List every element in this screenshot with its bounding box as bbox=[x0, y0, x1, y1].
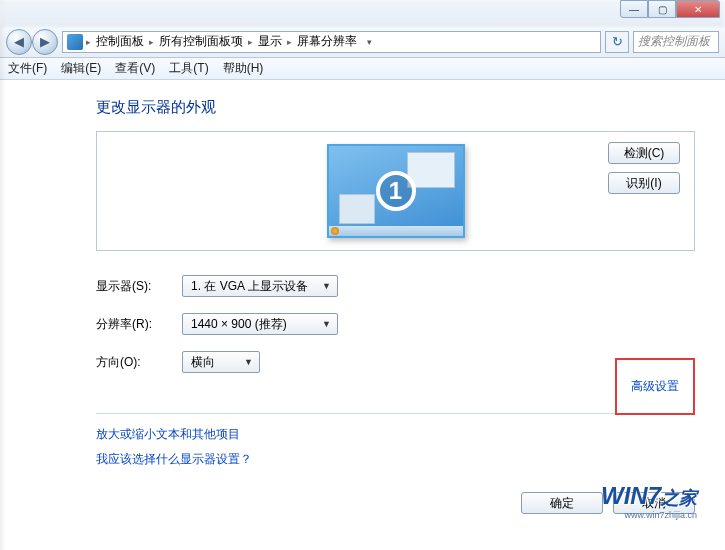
dialog-buttons: 确定 取消 bbox=[521, 492, 695, 514]
text-size-link[interactable]: 放大或缩小文本和其他项目 bbox=[96, 427, 240, 441]
display-label: 显示器(S): bbox=[96, 278, 182, 295]
breadcrumb[interactable]: 屏幕分辨率 bbox=[295, 33, 359, 50]
address-bar[interactable]: ▸ 控制面板 ▸ 所有控制面板项 ▸ 显示 ▸ 屏幕分辨率 ▾ bbox=[62, 31, 601, 53]
control-panel-icon bbox=[67, 34, 83, 50]
menu-edit[interactable]: 编辑(E) bbox=[61, 60, 101, 77]
monitor-thumbnail[interactable]: 1 bbox=[327, 144, 465, 238]
display-value: 1. 在 VGA 上显示设备 bbox=[191, 278, 308, 295]
menu-bar: 文件(F) 编辑(E) 查看(V) 工具(T) 帮助(H) bbox=[0, 58, 725, 80]
identify-button[interactable]: 识别(I) bbox=[608, 172, 680, 194]
orientation-value: 横向 bbox=[191, 354, 215, 371]
chevron-right-icon: ▸ bbox=[247, 37, 254, 47]
window-controls: — ▢ ✕ bbox=[620, 0, 720, 18]
chevron-right-icon: ▸ bbox=[148, 37, 155, 47]
back-button[interactable]: ◀ bbox=[6, 29, 32, 55]
breadcrumb[interactable]: 所有控制面板项 bbox=[157, 33, 245, 50]
orientation-select[interactable]: 横向 ▼ bbox=[182, 351, 260, 373]
chevron-right-icon: ▸ bbox=[286, 37, 293, 47]
cancel-button[interactable]: 取消 bbox=[613, 492, 695, 514]
breadcrumb[interactable]: 显示 bbox=[256, 33, 284, 50]
display-select[interactable]: 1. 在 VGA 上显示设备 ▼ bbox=[182, 275, 338, 297]
close-button[interactable]: ✕ bbox=[676, 0, 720, 18]
page-title: 更改显示器的外观 bbox=[96, 98, 695, 117]
breadcrumb[interactable]: 控制面板 bbox=[94, 33, 146, 50]
maximize-button[interactable]: ▢ bbox=[648, 0, 676, 18]
minimize-button[interactable]: — bbox=[620, 0, 648, 18]
divider bbox=[96, 413, 695, 414]
menu-view[interactable]: 查看(V) bbox=[115, 60, 155, 77]
menu-help[interactable]: 帮助(H) bbox=[223, 60, 264, 77]
chevron-right-icon: ▸ bbox=[85, 37, 92, 47]
display-help-link[interactable]: 我应该选择什么显示器设置？ bbox=[96, 452, 252, 466]
orientation-label: 方向(O): bbox=[96, 354, 182, 371]
resolution-select[interactable]: 1440 × 900 (推荐) ▼ bbox=[182, 313, 338, 335]
refresh-button[interactable]: ↻ bbox=[605, 31, 629, 53]
monitor-number-badge: 1 bbox=[376, 171, 416, 211]
chevron-down-icon: ▼ bbox=[322, 319, 331, 329]
chevron-down-icon: ▼ bbox=[322, 281, 331, 291]
window-icon bbox=[339, 194, 375, 224]
chevron-down-icon: ▼ bbox=[244, 357, 253, 367]
start-orb-icon bbox=[331, 227, 339, 235]
advanced-settings-highlight: 高级设置 bbox=[615, 358, 695, 415]
advanced-settings-link[interactable]: 高级设置 bbox=[631, 379, 679, 393]
menu-tools[interactable]: 工具(T) bbox=[169, 60, 208, 77]
resolution-value: 1440 × 900 (推荐) bbox=[191, 316, 287, 333]
detect-button[interactable]: 检测(C) bbox=[608, 142, 680, 164]
forward-button[interactable]: ▶ bbox=[32, 29, 58, 55]
display-preview-panel: 1 检测(C) 识别(I) bbox=[96, 131, 695, 251]
address-dropdown-icon[interactable]: ▾ bbox=[361, 37, 377, 47]
menu-file[interactable]: 文件(F) bbox=[8, 60, 47, 77]
ok-button[interactable]: 确定 bbox=[521, 492, 603, 514]
resolution-label: 分辨率(R): bbox=[96, 316, 182, 333]
navigation-bar: ◀ ▶ ▸ 控制面板 ▸ 所有控制面板项 ▸ 显示 ▸ 屏幕分辨率 ▾ ↻ 搜索… bbox=[0, 26, 725, 58]
search-input[interactable]: 搜索控制面板 bbox=[633, 31, 719, 53]
taskbar-icon bbox=[329, 226, 463, 236]
